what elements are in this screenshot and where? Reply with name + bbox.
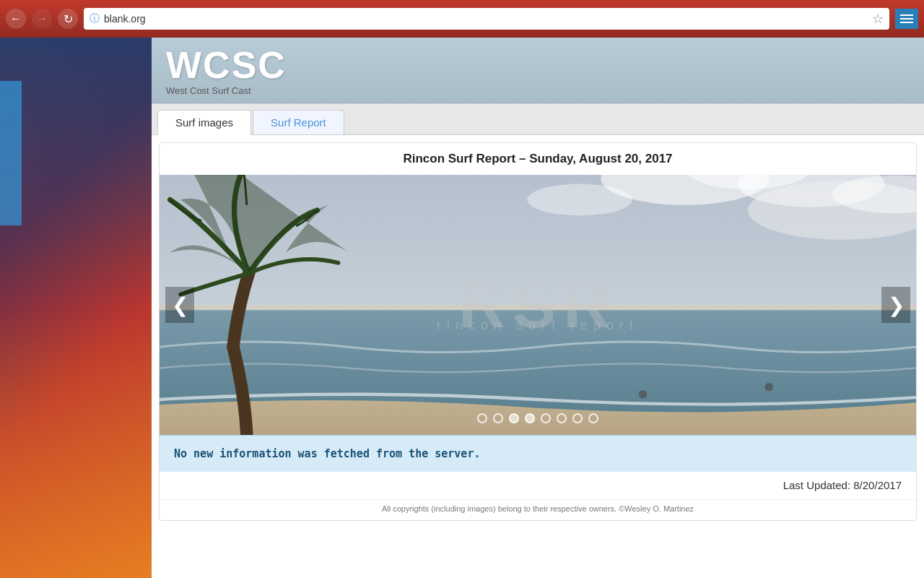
tab-surf-images[interactable]: Surf images [157,110,251,135]
carousel-dot-2[interactable] [493,413,503,423]
surf-report-card: Rincon Surf Report – Sunday, August 20, … [159,142,917,521]
carousel: RSR rincon surf report ❮ ❯ [160,175,916,435]
menu-line [900,14,913,16]
content-area: Rincon Surf Report – Sunday, August 20, … [152,142,924,521]
svg-point-10 [764,383,773,392]
carousel-dot-4[interactable] [525,413,535,423]
carousel-dot-8[interactable] [588,413,598,423]
carousel-dots [477,413,598,423]
carousel-next-button[interactable]: ❯ [881,287,910,323]
carousel-dot-6[interactable] [557,413,567,423]
bookmark-icon[interactable]: ☆ [872,11,884,27]
carousel-prev-button[interactable]: ❮ [165,287,194,323]
page-footer: Last Updated: 8/20/2017 [160,472,916,499]
back-button[interactable]: ← [6,9,26,29]
url-input[interactable] [104,13,868,25]
refresh-button[interactable]: ↻ [58,9,78,29]
last-updated-date: 8/20/2017 [853,479,902,491]
address-bar: ⓘ ☆ [84,8,889,30]
last-updated-text: Last Updated: 8/20/2017 [783,479,902,491]
carousel-dot-5[interactable] [541,413,551,423]
menu-line [900,18,913,20]
carousel-dot-1[interactable] [477,413,487,423]
next-arrow-icon: ❯ [888,293,905,317]
page-body: WCSC West Cost Surf Cast Surf images Sur… [0,38,924,578]
copyright-text: All copyrights (including images) belong… [160,499,916,520]
svg-point-9 [639,390,648,399]
info-banner: No new information was fetched from the … [160,435,916,472]
menu-button[interactable] [895,9,918,29]
browser-toolbar: ← → ↻ ⓘ ☆ [0,0,924,38]
tab-surf-report[interactable]: Surf Report [253,110,344,134]
left-panel-accent [0,81,22,225]
beach-image [160,175,916,435]
carousel-dot-7[interactable] [572,413,583,423]
wcsc-header: WCSC West Cost Surf Cast [152,38,924,104]
forward-button[interactable]: → [32,9,52,29]
left-panel [0,38,152,578]
tab-bar: Surf images Surf Report [152,104,924,135]
carousel-dot-3[interactable] [509,413,519,423]
surf-report-title: Rincon Surf Report – Sunday, August 20, … [160,143,916,175]
main-content: WCSC West Cost Surf Cast Surf images Sur… [152,38,924,578]
svg-point-4 [527,184,632,216]
info-icon: ⓘ [90,12,100,25]
wcsc-logo: WCSC [166,46,910,84]
prev-arrow-icon: ❮ [172,293,188,317]
last-updated-label: Last Updated: [783,479,854,491]
info-message: No new information was fetched from the … [174,447,480,460]
menu-line [900,22,913,23]
wcsc-subtitle: West Cost Surf Cast [166,85,910,96]
